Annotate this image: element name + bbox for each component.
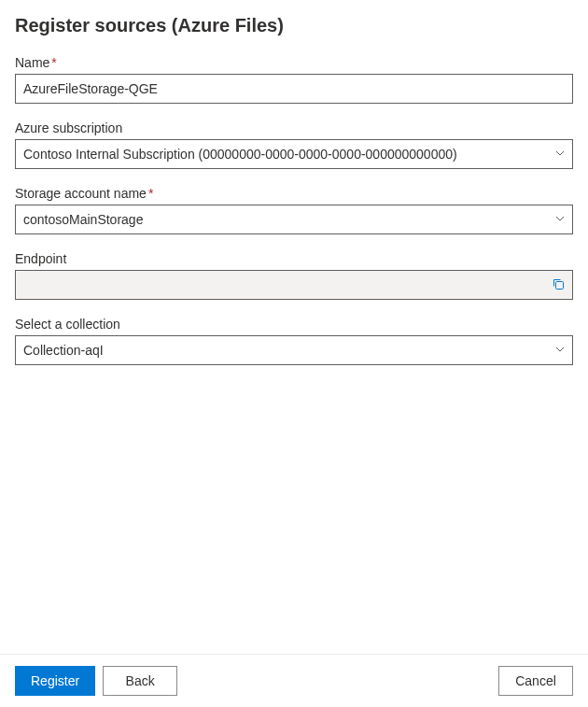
required-indicator: * — [148, 186, 153, 201]
storage-select[interactable]: contosoMainStorage — [15, 205, 573, 234]
field-group-storage: Storage account name* contosoMainStorage — [15, 186, 573, 234]
field-group-name: Name* — [15, 55, 573, 104]
copy-button[interactable] — [547, 274, 569, 296]
endpoint-label: Endpoint — [15, 251, 573, 266]
register-button[interactable]: Register — [15, 666, 95, 696]
storage-value: contosoMainStorage — [15, 205, 573, 234]
storage-label-text: Storage account name — [15, 186, 147, 201]
cancel-button[interactable]: Cancel — [498, 666, 573, 696]
subscription-select[interactable]: Contoso Internal Subscription (00000000-… — [15, 139, 573, 169]
svg-rect-0 — [556, 281, 564, 289]
required-indicator: * — [51, 55, 56, 70]
endpoint-value — [15, 270, 573, 300]
back-button[interactable]: Back — [103, 666, 177, 696]
field-group-subscription: Azure subscription Contoso Internal Subs… — [15, 120, 573, 169]
field-group-collection: Select a collection Collection-aqI — [15, 317, 573, 365]
collection-value: Collection-aqI — [15, 335, 573, 365]
storage-label: Storage account name* — [15, 186, 573, 201]
subscription-value: Contoso Internal Subscription (00000000-… — [15, 139, 573, 169]
name-label-text: Name — [15, 55, 49, 70]
collection-select[interactable]: Collection-aqI — [15, 335, 573, 365]
subscription-label: Azure subscription — [15, 120, 573, 135]
field-group-endpoint: Endpoint — [15, 251, 573, 300]
endpoint-wrapper — [15, 270, 573, 300]
page-title: Register sources (Azure Files) — [15, 15, 573, 36]
name-label: Name* — [15, 55, 573, 70]
collection-label: Select a collection — [15, 317, 573, 332]
copy-icon — [552, 277, 565, 293]
footer: Register Back Cancel — [0, 654, 588, 707]
name-input[interactable] — [15, 74, 573, 104]
